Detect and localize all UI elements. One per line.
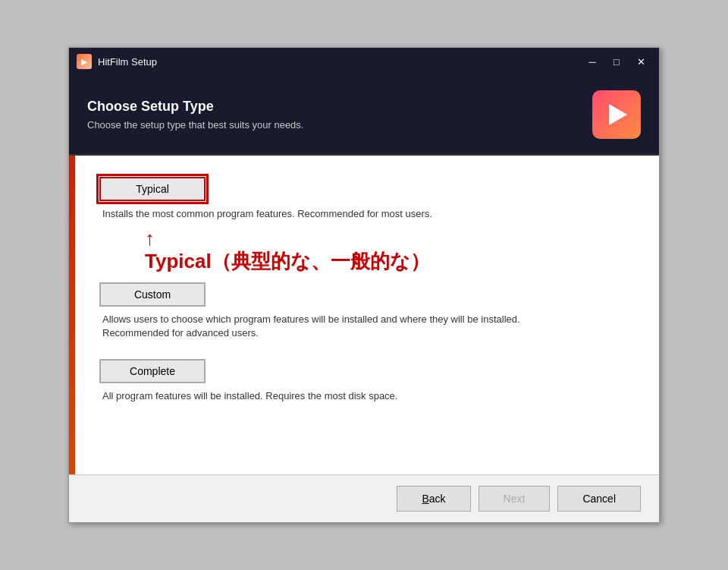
cancel-button[interactable]: Cancel <box>557 486 641 512</box>
maximize-button[interactable]: □ <box>606 54 627 69</box>
complete-button[interactable]: Complete <box>99 359 206 383</box>
complete-description: All program features will be installed. … <box>99 389 524 403</box>
setup-window: ▶ HitFilm Setup ─ □ ✕ Choose Setup Type … <box>68 47 660 523</box>
app-icon: ▶ <box>77 54 92 69</box>
custom-description: Allows users to choose which program fea… <box>99 313 524 340</box>
close-button[interactable]: ✕ <box>630 54 651 69</box>
typical-description: Installs the most common program feature… <box>99 207 524 221</box>
header-logo <box>592 90 641 139</box>
header-title: Choose Setup Type <box>87 99 303 115</box>
window-title: HitFilm Setup <box>98 56 576 68</box>
setup-header: Choose Setup Type Choose the setup type … <box>69 75 659 156</box>
header-text: Choose Setup Type Choose the setup type … <box>87 99 303 131</box>
next-button[interactable]: Next <box>479 486 551 512</box>
left-accent <box>69 156 75 474</box>
minimize-button[interactable]: ─ <box>582 54 603 69</box>
setup-footer: Back Next Cancel <box>69 474 659 522</box>
svg-marker-0 <box>609 104 627 125</box>
custom-option-block: Custom Allows users to choose which prog… <box>93 282 635 340</box>
play-icon <box>603 101 630 128</box>
annotation-text: Typical（典型的な、一般的な） <box>145 248 430 275</box>
complete-option-block: Complete All program features will be in… <box>93 359 635 403</box>
annotation-arrow: ↑ <box>145 228 155 248</box>
title-bar: ▶ HitFilm Setup ─ □ ✕ <box>69 48 659 75</box>
window-controls: ─ □ ✕ <box>582 54 651 69</box>
back-button[interactable]: Back <box>397 486 470 512</box>
typical-button[interactable]: Typical <box>99 177 206 201</box>
setup-content: Typical Installs the most common program… <box>69 156 659 474</box>
custom-button[interactable]: Custom <box>99 282 206 307</box>
typical-option-block: Typical Installs the most common program… <box>93 177 635 221</box>
header-subtitle: Choose the setup type that best suits yo… <box>87 119 303 131</box>
